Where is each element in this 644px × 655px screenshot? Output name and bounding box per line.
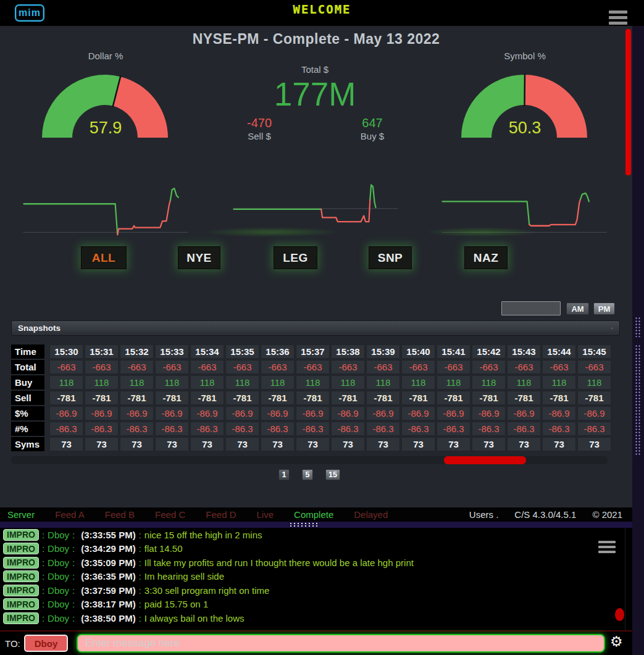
page-button-1[interactable]: 1 bbox=[278, 469, 290, 480]
pagination: 1515 bbox=[11, 469, 608, 480]
chat-scrollbar-thumb[interactable] bbox=[615, 608, 624, 621]
market-button-nye[interactable]: NYE bbox=[178, 246, 220, 269]
market-button-snp[interactable]: SNP bbox=[369, 246, 412, 269]
right-edge-panel bbox=[632, 26, 644, 655]
table-cell: -86.3 bbox=[507, 422, 541, 436]
table-cell: 15:36 bbox=[261, 344, 295, 359]
splitter-drag-handle-icon[interactable] bbox=[289, 522, 319, 527]
status-feed-a[interactable]: Feed A bbox=[55, 509, 85, 520]
gear-icon[interactable]: ⚙ bbox=[610, 633, 623, 650]
table-cell: 73 bbox=[577, 437, 611, 451]
chat-timestamp: (3:38:17 PM) bbox=[81, 599, 135, 609]
total-value: 177M bbox=[219, 75, 411, 113]
table-cell: 73 bbox=[437, 437, 470, 451]
table-cell: -86.9 bbox=[507, 406, 541, 420]
table-cell: 118 bbox=[507, 375, 541, 390]
chat-message: IMPRO:Dboy:(3:33:55 PM):nice 15 off the … bbox=[0, 528, 632, 542]
sell-value: -470 bbox=[222, 116, 296, 130]
table-cell: 15:39 bbox=[366, 344, 400, 359]
status-feed-b[interactable]: Feed B bbox=[105, 509, 135, 520]
table-cell: -663 bbox=[542, 360, 576, 374]
table-cell: -781 bbox=[577, 391, 611, 405]
table-cell: -86.3 bbox=[190, 422, 224, 436]
chat-user: Dboy bbox=[48, 543, 69, 554]
table-cell: 73 bbox=[401, 437, 435, 451]
page-title: NYSE-PM - Complete - May 13 2022 bbox=[0, 31, 632, 48]
table-cell: -86.9 bbox=[261, 406, 295, 420]
table-cell: 118 bbox=[577, 375, 611, 390]
chat-text: 3:30 sell program right on time bbox=[144, 585, 270, 596]
table-cell: -781 bbox=[155, 391, 189, 405]
table-cell: -86.3 bbox=[577, 422, 611, 436]
page-button-5[interactable]: 5 bbox=[302, 469, 313, 480]
table-cell: -663 bbox=[85, 360, 119, 374]
table-cell: -86.9 bbox=[120, 406, 154, 420]
table-cell: 118 bbox=[120, 375, 154, 390]
time-filter-input[interactable] bbox=[501, 301, 561, 315]
recipient-button[interactable]: Dboy bbox=[24, 635, 68, 652]
users-label[interactable]: Users . bbox=[469, 509, 499, 520]
am-button[interactable]: AM bbox=[566, 302, 589, 315]
table-cell: 73 bbox=[155, 437, 189, 451]
vertical-scrollbar-thumb[interactable] bbox=[625, 29, 631, 175]
message-compose-bar: TO: Dboy ⚙ bbox=[0, 630, 632, 655]
table-cell: 15:40 bbox=[401, 344, 435, 359]
chat-text: I always bail on the lows bbox=[144, 613, 245, 624]
resize-handle-icon[interactable] bbox=[635, 317, 642, 337]
table-cell: -781 bbox=[472, 391, 506, 405]
status-server[interactable]: Server bbox=[7, 509, 35, 520]
table-cell: 118 bbox=[401, 375, 435, 390]
chat-message: IMPRO:Dboy:(3:37:59 PM):3:30 sell progra… bbox=[0, 583, 632, 598]
table-cell: -781 bbox=[366, 391, 400, 405]
pm-button[interactable]: PM bbox=[593, 302, 615, 315]
table-cell: 15:35 bbox=[225, 344, 259, 359]
chat-message: IMPRO:Dboy:(3:34:29 PM):flat 14.50 bbox=[0, 542, 632, 556]
table-cell: -86.3 bbox=[401, 422, 435, 436]
resize-handle-icon[interactable] bbox=[635, 344, 642, 456]
chat-timestamp: (3:34:29 PM) bbox=[81, 543, 135, 554]
glow-effect bbox=[426, 227, 537, 237]
table-cell: -86.9 bbox=[437, 406, 470, 420]
glow-effect bbox=[204, 227, 340, 237]
chat-scrollbar-track[interactable] bbox=[625, 528, 625, 630]
dollar-gauge-value: 57.9 bbox=[40, 119, 171, 138]
dollar-sparkline bbox=[20, 178, 191, 237]
status-feed-d[interactable]: Feed D bbox=[206, 509, 236, 520]
chat-user: Dboy bbox=[48, 585, 69, 596]
chat-message: IMPRO:Dboy:(3:38:17 PM):paid 15.75 on 1 bbox=[0, 598, 632, 612]
table-cell: -86.9 bbox=[155, 406, 189, 420]
market-button-leg[interactable]: LEG bbox=[274, 246, 317, 269]
message-input[interactable] bbox=[77, 634, 605, 653]
table-cell: 15:38 bbox=[331, 344, 365, 359]
channel-badge: IMPRO bbox=[3, 585, 39, 596]
market-button-all[interactable]: ALL bbox=[81, 246, 127, 269]
table-cell: -86.3 bbox=[85, 422, 119, 436]
table-cell: 118 bbox=[296, 375, 330, 390]
chat-menu-icon[interactable] bbox=[598, 541, 616, 553]
top-header: mim WELCOME bbox=[0, 0, 644, 26]
table-cell: 15:31 bbox=[85, 344, 119, 359]
table-cell: -663 bbox=[577, 360, 611, 374]
table-cell: -663 bbox=[225, 360, 259, 374]
status-delayed[interactable]: Delayed bbox=[354, 509, 388, 520]
chat-timestamp: (3:33:55 PM) bbox=[81, 530, 135, 540]
table-cell: -663 bbox=[120, 360, 154, 374]
status-live[interactable]: Live bbox=[257, 509, 274, 520]
table-cell: -781 bbox=[49, 391, 83, 405]
market-button-naz[interactable]: NAZ bbox=[464, 246, 508, 269]
table-cell: 73 bbox=[507, 437, 541, 451]
hamburger-menu-icon[interactable] bbox=[609, 10, 627, 25]
snapshots-header-bar[interactable]: Snapshots ▫ bbox=[11, 320, 620, 336]
page-button-15[interactable]: 15 bbox=[325, 469, 340, 480]
table-cell: -781 bbox=[85, 391, 119, 405]
status-feed-c[interactable]: Feed C bbox=[155, 509, 185, 520]
status-complete[interactable]: Complete bbox=[294, 509, 333, 520]
table-cell: -86.3 bbox=[472, 422, 506, 436]
table-cell: -663 bbox=[331, 360, 365, 374]
table-cell: 118 bbox=[331, 375, 365, 390]
chat-user: Dboy bbox=[48, 530, 69, 540]
minimize-icon[interactable]: ▫ bbox=[611, 325, 613, 332]
buy-label: Buy $ bbox=[335, 131, 409, 141]
table-cell: -86.9 bbox=[331, 406, 365, 420]
horizontal-scrollbar-thumb[interactable] bbox=[444, 456, 526, 464]
